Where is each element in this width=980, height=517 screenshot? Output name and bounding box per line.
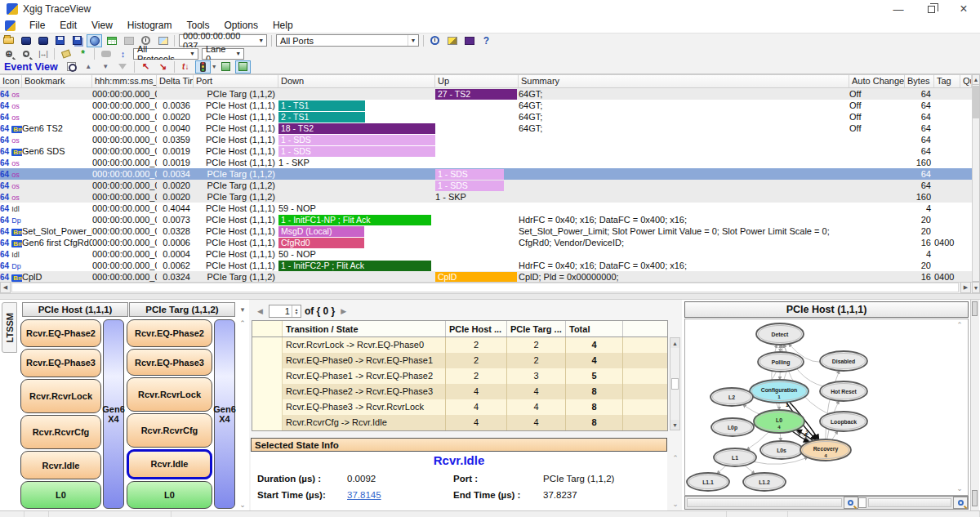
state-node-detect[interactable]: Detect — [756, 323, 804, 345]
diagram-zoom-out-button[interactable] — [844, 497, 858, 509]
column-header-delta-time[interactable]: Delta Time — [157, 75, 194, 87]
restore-button[interactable] — [915, 0, 947, 18]
transition-column-2[interactable]: PCIe Targ ... — [507, 321, 566, 336]
search-button[interactable] — [98, 47, 114, 60]
table-row[interactable]: 64 os000:00:00.000_0370.0036PCIe Host (1… — [0, 100, 972, 111]
side-tab-handle[interactable] — [972, 301, 978, 316]
table-row[interactable]: 64 BmGen6 TS2000:00:00.000_0370.0040PCIe… — [0, 123, 972, 134]
state-node-polling[interactable]: Polling — [758, 352, 804, 372]
ltssm-dropdown-button[interactable]: ▾ — [237, 302, 248, 317]
chevron-down-icon[interactable]: ▼ — [212, 64, 217, 69]
panel-splitter[interactable] — [0, 293, 980, 300]
help-button[interactable]: ? — [479, 34, 494, 47]
export-button[interactable] — [35, 34, 51, 47]
chevron-up-icon[interactable]: ⌃ — [239, 319, 246, 328]
nav-prev-button[interactable]: ◀ — [255, 307, 265, 315]
chevron-down-icon[interactable]: ⌄ — [956, 484, 963, 492]
table-row[interactable]: 64 os000:00:00.000_0370.0020PCIe Targ (1… — [0, 191, 972, 203]
histogram-button[interactable] — [444, 34, 460, 47]
ltssm-state-rcvr-eq-phase2[interactable]: Rcvr.EQ-Phase2 — [20, 319, 101, 347]
table-row[interactable]: 64 os000:00:00.000_037PCIe Targ (1,1,2)2… — [0, 88, 972, 100]
ltssm-state-rcvr-rcvrlock[interactable]: Rcvr.RcvrLock — [20, 379, 101, 413]
table-row[interactable]: 64 BmGen6 SDS000:00:00.000_0370.0019PCIe… — [0, 145, 972, 157]
chevron-down-icon[interactable]: ⌄ — [239, 501, 246, 509]
nav-next-button[interactable]: ▶ — [338, 307, 349, 315]
table-row[interactable]: 64 os000:00:00.000_0370.0359PCIe Host (1… — [0, 134, 972, 145]
next-event-button[interactable]: ▼ — [98, 60, 114, 74]
side-tab-handle[interactable] — [972, 490, 978, 506]
table-row[interactable]: 64 os000:00:00.000_0370.0020PCIe Host (1… — [0, 111, 972, 123]
updown-button[interactable]: ↕ — [115, 47, 131, 60]
scroll-left-button[interactable]: ◀ — [0, 282, 11, 293]
transition-column-1[interactable]: PCIe Host ... — [446, 321, 507, 336]
state-node-l0[interactable]: L04 — [754, 410, 804, 433]
state-node-l2[interactable]: L2 — [710, 388, 753, 406]
scroll-up-button[interactable]: ▲ — [670, 338, 679, 348]
expand-all-button[interactable] — [218, 60, 234, 74]
state-node-l1-2[interactable]: L1.2 — [743, 473, 786, 491]
column-header-up[interactable]: Up — [435, 75, 519, 87]
table-row[interactable]: 64 BmSet_Slot_Power_Limit000:00:00.000_0… — [0, 225, 972, 237]
scroll-up-button[interactable]: ▲ — [972, 74, 980, 85]
column-header-down[interactable]: Down — [278, 75, 435, 87]
table-row[interactable]: 64 os000:00:00.000_0370.0020PCIe Targ (1… — [0, 180, 972, 191]
state-node-l1[interactable]: L1 — [714, 448, 756, 466]
report-button[interactable] — [121, 34, 136, 47]
menu-histogram[interactable]: Histogram — [120, 20, 180, 31]
close-button[interactable]: × — [947, 0, 980, 18]
zoom-slider-thumb[interactable] — [858, 497, 866, 508]
diagram-zoom-in-button[interactable] — [953, 497, 968, 509]
table-row[interactable]: 64 Idl000:00:00.000_0380.0004PCIe Host (… — [0, 248, 972, 260]
state-node-l1-1[interactable]: L1.1 — [687, 473, 729, 491]
trigger-button[interactable]: t↓ — [178, 60, 194, 74]
zoom-track[interactable] — [868, 498, 951, 507]
vertical-scroll-thumb[interactable] — [973, 86, 979, 118]
ports-combo[interactable]: All Ports ▼ — [276, 34, 419, 47]
menu-options[interactable]: Options — [217, 20, 265, 31]
ltssm-state-rcvr-eq-phase3[interactable]: Rcvr.EQ-Phase3 — [20, 349, 101, 377]
ltssm-state-rcvr-idle[interactable]: Rcvr.Idle — [127, 449, 212, 480]
ltssm-state-rcvr-idle[interactable]: Rcvr.Idle — [20, 451, 101, 479]
jump-prev-button[interactable]: ↖ — [138, 60, 154, 74]
select-event-button[interactable] — [64, 60, 79, 74]
ltssm-tab[interactable]: LTSSM — [2, 302, 17, 353]
column-header-bookmark[interactable]: Bookmark — [22, 75, 92, 87]
column-header-summary[interactable]: Summary — [519, 75, 849, 87]
zoom-in-button[interactable]: + — [1, 47, 16, 60]
column-header-bytes[interactable]: Bytes — [905, 75, 934, 87]
filter-button[interactable] — [115, 60, 131, 74]
grid-view-button[interactable] — [104, 34, 119, 47]
ltssm-state-l0[interactable]: L0 — [20, 481, 101, 509]
save-button[interactable] — [52, 34, 68, 47]
ltssm-state-rcvr-eq-phase3[interactable]: Rcvr.EQ-Phase3 — [127, 349, 212, 377]
scroll-down-button[interactable]: ▼ — [670, 420, 679, 430]
open-trace-button[interactable] — [1, 34, 16, 47]
ltssm-state-rcvr-rcvrcfg[interactable]: Rcvr.RcvrCfg — [127, 413, 212, 448]
transition-row[interactable]: Rcvr.RcvrCfg -> Rcvr.Idle448 — [252, 415, 667, 430]
column-header-auto-change[interactable]: Auto Change — [849, 75, 905, 87]
column-header-port[interactable]: Port — [194, 75, 278, 87]
state-node-configuration[interactable]: Configuration1 — [750, 380, 808, 403]
table-row[interactable]: 64 BmCplD000:00:00.000_0380.0324PCIe Tar… — [0, 271, 972, 282]
column-header-hhh-mm-ss-ms-us[interactable]: hhh:mm:ss.ms_us — [92, 75, 157, 87]
chevron-down-icon[interactable]: ⌄ — [672, 500, 679, 508]
state-node-l0p[interactable]: L0p — [711, 418, 754, 436]
scroll-down-button[interactable]: ▼ — [972, 282, 980, 293]
menu-tools[interactable]: Tools — [180, 20, 217, 31]
ltssm-host-header[interactable]: PCIe Host (1,1,1) — [22, 302, 128, 317]
column-header-icon[interactable]: Icon — [0, 75, 22, 87]
jump-next-button[interactable]: ↘ — [155, 60, 171, 74]
menu-file[interactable]: File — [22, 20, 52, 31]
transition-row[interactable]: Rcvr.EQ-Phase3 -> Rcvr.RcvrLock448 — [252, 399, 667, 415]
horizontal-scroll-track[interactable] — [11, 283, 959, 292]
state-node-loopback[interactable]: Loopback — [820, 412, 867, 431]
chevron-up-icon[interactable]: ⌃ — [672, 454, 679, 462]
column-header-tag[interactable]: Tag — [934, 75, 960, 87]
tag-button[interactable] — [58, 47, 74, 60]
protocols-combo[interactable]: All Protocols ▼ — [133, 48, 198, 60]
table-row[interactable]: 64 os000:00:00.000_0370.0019PCIe Host (1… — [0, 157, 972, 168]
state-node-disabled[interactable]: Disabled — [820, 351, 867, 371]
transition-scrollbar[interactable]: ▲ ▼ — [670, 337, 680, 430]
sync-button[interactable]: * — [75, 47, 91, 60]
table-row[interactable]: 64 Dp000:00:00.000_0380.0062PCIe Host (1… — [0, 260, 972, 271]
